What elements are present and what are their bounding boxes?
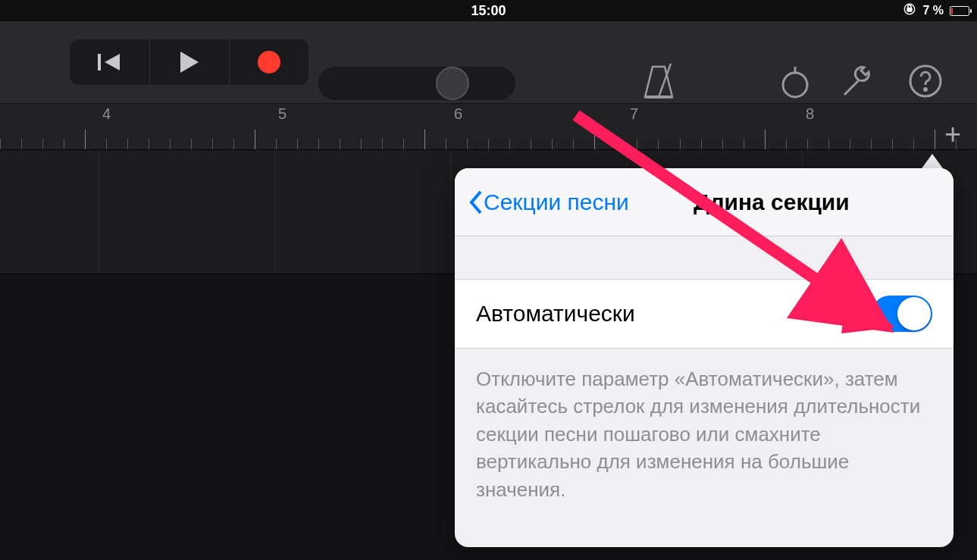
popover-header: Секции песни Длина секции: [455, 168, 954, 236]
popover-description: Отключите параметр «Автоматически», зате…: [455, 349, 954, 520]
svg-point-5: [783, 73, 807, 97]
help-icon: [908, 64, 943, 99]
battery-percent: 7 %: [922, 4, 944, 17]
track-position-slider[interactable]: [318, 67, 515, 100]
slider-knob[interactable]: [436, 67, 469, 100]
svg-rect-2: [98, 54, 101, 70]
rewind-button[interactable]: [70, 39, 149, 85]
section-length-popover: Секции песни Длина секции Автоматически …: [455, 168, 954, 547]
toolbar: [0, 21, 977, 103]
loop-button[interactable]: [778, 67, 812, 103]
automatic-label: Автоматически: [476, 301, 635, 327]
svg-rect-1: [907, 8, 912, 12]
metronome-icon: [640, 62, 677, 100]
svg-point-8: [925, 89, 927, 91]
ruler-bar-number: 5: [278, 105, 287, 123]
ruler-bar-number: 4: [102, 105, 111, 123]
automatic-row: Автоматически: [455, 279, 954, 349]
rotation-lock-icon: [903, 2, 916, 19]
automatic-toggle[interactable]: [872, 296, 932, 332]
settings-button[interactable]: [837, 63, 875, 104]
play-button[interactable]: [149, 39, 229, 85]
ruler-bar-number: 6: [454, 105, 462, 123]
wrench-icon: [837, 63, 875, 101]
metronome-button[interactable]: [640, 62, 677, 103]
status-time: 15:00: [471, 3, 506, 19]
loop-icon: [778, 67, 812, 100]
battery-icon: [950, 6, 969, 16]
plus-icon: +: [944, 118, 961, 151]
toggle-knob: [897, 297, 931, 330]
help-button[interactable]: [908, 64, 943, 102]
transport-controls: [70, 39, 308, 85]
timeline-ruler[interactable]: 4 5 6 7 8: [0, 103, 977, 150]
ruler-bar-number: 8: [806, 105, 814, 123]
rewind-icon: [97, 52, 123, 73]
popover-title: Длина секции: [603, 189, 940, 215]
record-icon: [258, 51, 280, 74]
record-button[interactable]: [229, 39, 308, 85]
play-icon: [179, 51, 200, 74]
ruler-bar-number: 7: [630, 105, 638, 123]
status-bar: 15:00 7 %: [0, 0, 977, 21]
add-section-button[interactable]: +: [936, 117, 969, 151]
chevron-left-icon: [468, 189, 484, 215]
